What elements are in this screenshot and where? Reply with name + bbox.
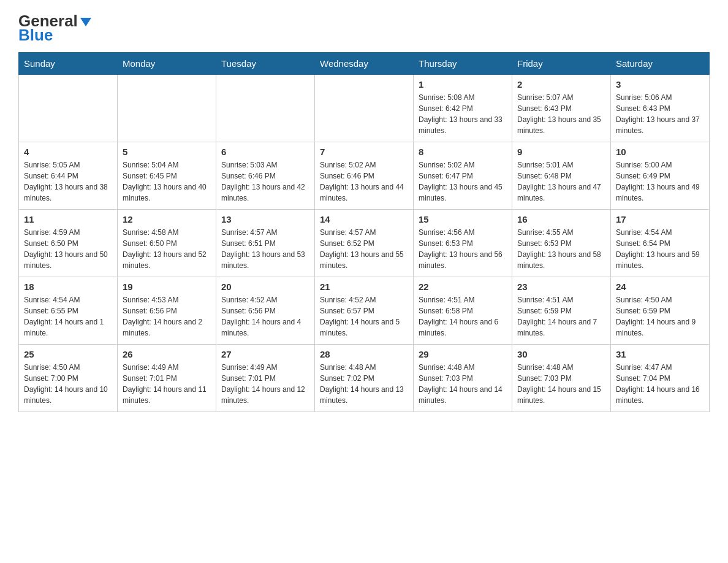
day-info: Sunrise: 4:56 AM Sunset: 6:53 PM Dayligh… bbox=[419, 227, 507, 271]
day-info: Sunrise: 4:58 AM Sunset: 6:50 PM Dayligh… bbox=[123, 227, 211, 271]
day-cell-4-4: 21Sunrise: 4:52 AM Sunset: 6:57 PM Dayli… bbox=[315, 277, 414, 345]
day-number: 24 bbox=[616, 282, 704, 292]
day-cell-2-4: 7Sunrise: 5:02 AM Sunset: 6:46 PM Daylig… bbox=[315, 142, 414, 210]
day-info: Sunrise: 4:48 AM Sunset: 7:03 PM Dayligh… bbox=[419, 362, 507, 406]
day-info: Sunrise: 4:57 AM Sunset: 6:51 PM Dayligh… bbox=[221, 227, 309, 271]
day-cell-3-6: 16Sunrise: 4:55 AM Sunset: 6:53 PM Dayli… bbox=[512, 210, 611, 277]
day-number: 21 bbox=[320, 282, 408, 292]
day-number: 12 bbox=[123, 214, 211, 224]
day-cell-2-1: 4Sunrise: 5:05 AM Sunset: 6:44 PM Daylig… bbox=[19, 142, 118, 210]
day-cell-2-6: 9Sunrise: 5:01 AM Sunset: 6:48 PM Daylig… bbox=[512, 142, 611, 210]
day-info: Sunrise: 5:02 AM Sunset: 6:46 PM Dayligh… bbox=[320, 159, 408, 204]
day-cell-5-6: 30Sunrise: 4:48 AM Sunset: 7:03 PM Dayli… bbox=[512, 345, 611, 412]
day-info: Sunrise: 5:06 AM Sunset: 6:43 PM Dayligh… bbox=[616, 92, 704, 136]
logo: General Blue bbox=[18, 12, 93, 44]
day-cell-5-7: 31Sunrise: 4:47 AM Sunset: 7:04 PM Dayli… bbox=[611, 345, 710, 412]
day-cell-3-2: 12Sunrise: 4:58 AM Sunset: 6:50 PM Dayli… bbox=[118, 210, 216, 277]
day-cell-1-5: 1Sunrise: 5:08 AM Sunset: 6:42 PM Daylig… bbox=[414, 75, 512, 142]
day-cell-1-4 bbox=[315, 75, 414, 142]
day-cell-3-1: 11Sunrise: 4:59 AM Sunset: 6:50 PM Dayli… bbox=[19, 210, 118, 277]
day-info: Sunrise: 4:51 AM Sunset: 6:59 PM Dayligh… bbox=[517, 294, 605, 339]
day-info: Sunrise: 5:07 AM Sunset: 6:43 PM Dayligh… bbox=[517, 92, 605, 136]
week-row-4: 18Sunrise: 4:54 AM Sunset: 6:55 PM Dayli… bbox=[19, 277, 710, 345]
day-number: 9 bbox=[517, 147, 605, 157]
logo-triangle-icon bbox=[79, 14, 93, 28]
day-cell-5-2: 26Sunrise: 4:49 AM Sunset: 7:01 PM Dayli… bbox=[118, 345, 216, 412]
day-cell-5-1: 25Sunrise: 4:50 AM Sunset: 7:00 PM Dayli… bbox=[19, 345, 118, 412]
day-cell-4-6: 23Sunrise: 4:51 AM Sunset: 6:59 PM Dayli… bbox=[512, 277, 611, 345]
day-info: Sunrise: 4:49 AM Sunset: 7:01 PM Dayligh… bbox=[221, 362, 309, 406]
day-cell-1-1 bbox=[19, 75, 118, 142]
day-cell-5-4: 28Sunrise: 4:48 AM Sunset: 7:02 PM Dayli… bbox=[315, 345, 414, 412]
day-info: Sunrise: 4:49 AM Sunset: 7:01 PM Dayligh… bbox=[123, 362, 211, 406]
day-info: Sunrise: 5:02 AM Sunset: 6:47 PM Dayligh… bbox=[419, 159, 507, 204]
day-cell-4-3: 20Sunrise: 4:52 AM Sunset: 6:56 PM Dayli… bbox=[216, 277, 315, 345]
day-header-saturday: Saturday bbox=[611, 53, 710, 75]
calendar-table: SundayMondayTuesdayWednesdayThursdayFrid… bbox=[18, 52, 710, 412]
day-number: 23 bbox=[517, 282, 605, 292]
day-header-friday: Friday bbox=[512, 53, 611, 75]
day-number: 8 bbox=[419, 147, 507, 157]
day-info: Sunrise: 4:54 AM Sunset: 6:55 PM Dayligh… bbox=[24, 294, 112, 339]
week-row-1: 1Sunrise: 5:08 AM Sunset: 6:42 PM Daylig… bbox=[19, 75, 710, 142]
day-info: Sunrise: 4:53 AM Sunset: 6:56 PM Dayligh… bbox=[123, 294, 211, 339]
day-header-sunday: Sunday bbox=[19, 53, 118, 75]
day-number: 28 bbox=[320, 349, 408, 359]
day-cell-4-1: 18Sunrise: 4:54 AM Sunset: 6:55 PM Dayli… bbox=[19, 277, 118, 345]
day-number: 13 bbox=[221, 214, 309, 224]
day-cell-1-7: 3Sunrise: 5:06 AM Sunset: 6:43 PM Daylig… bbox=[611, 75, 710, 142]
day-cell-3-3: 13Sunrise: 4:57 AM Sunset: 6:51 PM Dayli… bbox=[216, 210, 315, 277]
day-cell-4-2: 19Sunrise: 4:53 AM Sunset: 6:56 PM Dayli… bbox=[118, 277, 216, 345]
day-cell-2-7: 10Sunrise: 5:00 AM Sunset: 6:49 PM Dayli… bbox=[611, 142, 710, 210]
day-info: Sunrise: 4:47 AM Sunset: 7:04 PM Dayligh… bbox=[616, 362, 704, 406]
day-header-tuesday: Tuesday bbox=[216, 53, 315, 75]
svg-marker-0 bbox=[80, 18, 91, 26]
week-row-5: 25Sunrise: 4:50 AM Sunset: 7:00 PM Dayli… bbox=[19, 345, 710, 412]
day-info: Sunrise: 4:52 AM Sunset: 6:57 PM Dayligh… bbox=[320, 294, 408, 339]
day-info: Sunrise: 5:03 AM Sunset: 6:46 PM Dayligh… bbox=[221, 159, 309, 204]
day-number: 19 bbox=[123, 282, 211, 292]
day-number: 4 bbox=[24, 147, 112, 157]
day-cell-2-2: 5Sunrise: 5:04 AM Sunset: 6:45 PM Daylig… bbox=[118, 142, 216, 210]
day-cell-3-4: 14Sunrise: 4:57 AM Sunset: 6:52 PM Dayli… bbox=[315, 210, 414, 277]
day-cell-4-5: 22Sunrise: 4:51 AM Sunset: 6:58 PM Dayli… bbox=[414, 277, 512, 345]
day-number: 2 bbox=[517, 79, 605, 90]
day-info: Sunrise: 5:04 AM Sunset: 6:45 PM Dayligh… bbox=[123, 159, 211, 204]
day-header-thursday: Thursday bbox=[414, 53, 512, 75]
day-cell-3-5: 15Sunrise: 4:56 AM Sunset: 6:53 PM Dayli… bbox=[414, 210, 512, 277]
day-info: Sunrise: 5:00 AM Sunset: 6:49 PM Dayligh… bbox=[616, 159, 704, 204]
day-info: Sunrise: 4:57 AM Sunset: 6:52 PM Dayligh… bbox=[320, 227, 408, 271]
day-number: 18 bbox=[24, 282, 112, 292]
day-number: 17 bbox=[616, 214, 704, 224]
day-header-wednesday: Wednesday bbox=[315, 53, 414, 75]
week-row-2: 4Sunrise: 5:05 AM Sunset: 6:44 PM Daylig… bbox=[19, 142, 710, 210]
day-number: 3 bbox=[616, 79, 704, 90]
day-header-monday: Monday bbox=[118, 53, 216, 75]
day-number: 22 bbox=[419, 282, 507, 292]
day-number: 16 bbox=[517, 214, 605, 224]
day-cell-3-7: 17Sunrise: 4:54 AM Sunset: 6:54 PM Dayli… bbox=[611, 210, 710, 277]
logo-blue-text: Blue bbox=[18, 26, 53, 44]
day-cell-5-3: 27Sunrise: 4:49 AM Sunset: 7:01 PM Dayli… bbox=[216, 345, 315, 412]
day-cell-4-7: 24Sunrise: 4:50 AM Sunset: 6:59 PM Dayli… bbox=[611, 277, 710, 345]
day-info: Sunrise: 5:01 AM Sunset: 6:48 PM Dayligh… bbox=[517, 159, 605, 204]
day-number: 1 bbox=[419, 79, 507, 90]
day-info: Sunrise: 4:48 AM Sunset: 7:03 PM Dayligh… bbox=[517, 362, 605, 406]
day-number: 26 bbox=[123, 349, 211, 359]
day-number: 29 bbox=[419, 349, 507, 359]
day-number: 30 bbox=[517, 349, 605, 359]
day-number: 6 bbox=[221, 147, 309, 157]
day-cell-2-5: 8Sunrise: 5:02 AM Sunset: 6:47 PM Daylig… bbox=[414, 142, 512, 210]
header: General Blue bbox=[18, 12, 710, 44]
day-number: 14 bbox=[320, 214, 408, 224]
day-cell-1-3 bbox=[216, 75, 315, 142]
day-info: Sunrise: 4:59 AM Sunset: 6:50 PM Dayligh… bbox=[24, 227, 112, 271]
day-number: 10 bbox=[616, 147, 704, 157]
day-number: 15 bbox=[419, 214, 507, 224]
week-row-3: 11Sunrise: 4:59 AM Sunset: 6:50 PM Dayli… bbox=[19, 210, 710, 277]
day-number: 27 bbox=[221, 349, 309, 359]
day-info: Sunrise: 4:48 AM Sunset: 7:02 PM Dayligh… bbox=[320, 362, 408, 406]
day-info: Sunrise: 4:50 AM Sunset: 7:00 PM Dayligh… bbox=[24, 362, 112, 406]
day-info: Sunrise: 4:50 AM Sunset: 6:59 PM Dayligh… bbox=[616, 294, 704, 339]
day-cell-1-2 bbox=[118, 75, 216, 142]
